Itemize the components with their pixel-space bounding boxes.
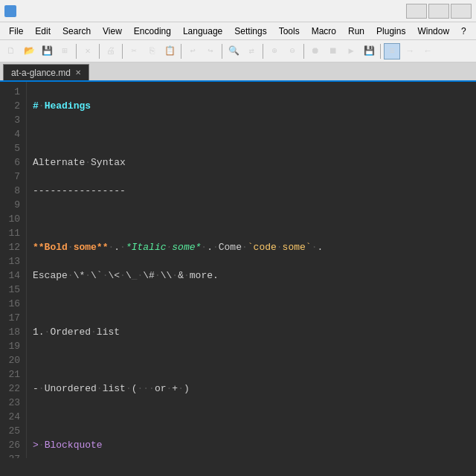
tab-label: at-a-glance.md — [11, 68, 71, 78]
zoom-in-button[interactable]: ⊕ — [266, 43, 283, 60]
macro-stop-button[interactable]: ⏹ — [325, 43, 341, 60]
code-line-3: Alternate·Syntax — [33, 155, 470, 170]
maximize-button[interactable] — [428, 4, 449, 19]
code-line-12 — [33, 410, 470, 424]
find-replace-button[interactable]: ⇄ — [243, 43, 260, 60]
menu-settings[interactable]: Settings — [228, 25, 272, 38]
line-num: 19 — [6, 339, 20, 353]
menu-search[interactable]: Search — [57, 25, 97, 38]
macro-save-button[interactable]: 💾 — [361, 43, 377, 60]
line-num: 6 — [6, 155, 20, 170]
code-line-8 — [33, 297, 470, 311]
save-button[interactable]: 💾 — [39, 43, 55, 60]
code-line-9: 1.·Ordered·list — [33, 325, 470, 339]
line-num: 20 — [6, 353, 20, 367]
menu-tools[interactable]: Tools — [273, 25, 306, 38]
line-num: 15 — [6, 283, 20, 297]
unindent-button[interactable]: ← — [419, 43, 436, 60]
separator — [380, 44, 381, 59]
minimize-button[interactable] — [406, 4, 427, 19]
line-num: 3 — [6, 113, 20, 127]
line-num: 5 — [6, 141, 20, 155]
code-line-2 — [33, 127, 470, 141]
save-all-button[interactable]: ⊞ — [57, 43, 73, 60]
separator — [99, 44, 100, 59]
line-num: 25 — [6, 424, 20, 438]
wrap-button[interactable]: ≡ — [384, 43, 400, 60]
tab-close-icon[interactable]: ✕ — [75, 68, 81, 77]
menu-macro[interactable]: Macro — [306, 25, 342, 38]
toolbar: 🗋 📂 💾 ⊞ ✕ 🖨 ✂ ⎘ 📋 ↩ ↪ 🔍 ⇄ ⊕ ⊖ ⏺ ⏹ ▶ 💾 ≡ … — [0, 40, 476, 62]
code-line-4: ---------------- — [33, 184, 470, 198]
undo-button[interactable]: ↩ — [184, 43, 201, 60]
code-line-5 — [33, 212, 470, 226]
macro-record-button[interactable]: ⏺ — [307, 43, 324, 60]
close-button[interactable]: ✕ — [80, 43, 96, 60]
line-num: 27 — [6, 452, 20, 458]
indent-button[interactable]: → — [402, 43, 418, 60]
tab-at-a-glance[interactable]: at-a-glance.md ✕ — [3, 64, 89, 80]
line-num: 22 — [6, 382, 20, 396]
menu-run[interactable]: Run — [342, 25, 370, 38]
line-num: 24 — [6, 410, 20, 424]
code-line-6: **Bold·some**·.·*Italic·some*·.·Come·`co… — [33, 240, 470, 254]
line-numbers: 1 2 3 4 5 6 7 8 9 10 11 12 13 14 15 16 1… — [0, 82, 27, 458]
code-line-11: -·Unordered·list·(···or·+·) — [33, 382, 470, 396]
macro-play-button[interactable]: ▶ — [343, 43, 359, 60]
cut-button[interactable]: ✂ — [126, 43, 142, 60]
menu-window[interactable]: Window — [411, 25, 455, 38]
menu-encoding[interactable]: Encoding — [128, 25, 177, 38]
code-area[interactable]: #·Headings Alternate·Syntax ------------… — [27, 82, 476, 458]
menu-view[interactable]: View — [97, 25, 128, 38]
line-num: 26 — [6, 438, 20, 452]
menu-plugins[interactable]: Plugins — [370, 25, 411, 38]
tab-bar: at-a-glance.md ✕ — [0, 62, 476, 82]
code-line-7: Escape·\*·\`·\<·\_·\#·\\·&·more. — [33, 268, 470, 283]
line-num: 18 — [6, 325, 20, 339]
line-num: 2 — [6, 99, 20, 113]
separator — [181, 44, 181, 59]
code-line-13: >·Blockquote — [33, 438, 470, 452]
title-left — [4, 5, 21, 17]
line-num: 4 — [6, 127, 20, 141]
zoom-out-button[interactable]: ⊖ — [284, 43, 300, 60]
print-button[interactable]: 🖨 — [103, 43, 119, 60]
title-controls[interactable] — [406, 4, 472, 19]
menu-bar: File Edit Search View Encoding Language … — [0, 22, 476, 40]
new-button[interactable]: 🗋 — [3, 43, 19, 60]
line-num: 21 — [6, 367, 20, 382]
close-button[interactable] — [451, 4, 472, 19]
find-button[interactable]: 🔍 — [225, 43, 242, 60]
copy-button[interactable]: ⎘ — [144, 43, 160, 60]
menu-edit[interactable]: Edit — [29, 25, 57, 38]
line-num: 11 — [6, 226, 20, 240]
code-line-1: #·Headings — [33, 99, 470, 113]
menu-file[interactable]: File — [3, 25, 29, 38]
editor: 1 2 3 4 5 6 7 8 9 10 11 12 13 14 15 16 1… — [0, 82, 476, 458]
separator — [222, 44, 222, 59]
app-icon — [4, 5, 16, 17]
code-line-10 — [33, 353, 470, 367]
line-num: 14 — [6, 268, 20, 283]
line-num: 8 — [6, 184, 20, 198]
line-num: 10 — [6, 212, 20, 226]
menu-language[interactable]: Language — [177, 25, 228, 38]
separator — [76, 44, 77, 59]
redo-button[interactable]: ↪ — [202, 43, 219, 60]
title-bar — [0, 0, 476, 22]
line-num: 16 — [6, 297, 20, 311]
line-num: 9 — [6, 198, 20, 212]
separator — [122, 44, 123, 59]
separator — [263, 44, 263, 59]
line-num: 12 — [6, 240, 20, 254]
menu-help[interactable]: ? — [455, 25, 472, 38]
paste-button[interactable]: 📋 — [161, 43, 178, 60]
open-button[interactable]: 📂 — [21, 43, 37, 60]
line-num: 1 — [6, 85, 20, 99]
separator — [303, 44, 304, 59]
line-num: 7 — [6, 170, 20, 184]
line-num: 17 — [6, 311, 20, 325]
line-num: 13 — [6, 254, 20, 268]
line-num: 23 — [6, 396, 20, 410]
